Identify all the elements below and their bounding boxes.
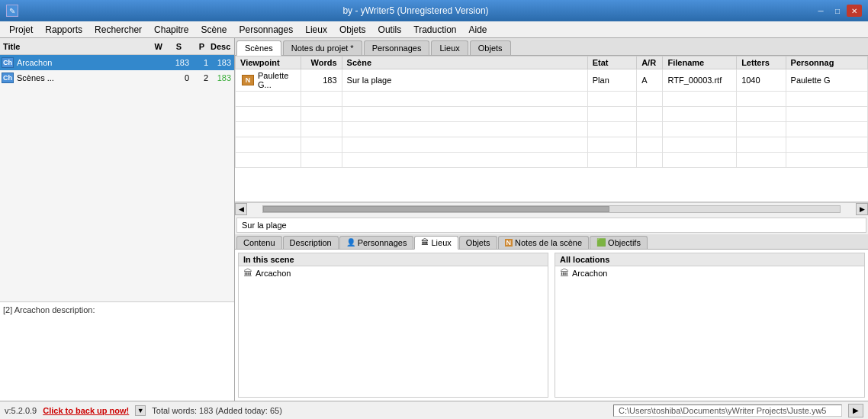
words-count: Total words: 183 (Added today: 65) <box>152 406 282 415</box>
menu-scene[interactable]: Scène <box>194 23 233 37</box>
tab-objets-bottom[interactable]: Objets <box>459 236 497 249</box>
list-item[interactable]: 🏛 Arcachon <box>239 266 548 280</box>
menu-outils[interactable]: Outils <box>372 23 408 37</box>
description-label: Description <box>290 238 332 247</box>
menu-personnages[interactable]: Personnages <box>233 23 299 37</box>
description-area: [2] Arcachon description: <box>0 301 234 401</box>
col-w-header: W <box>139 40 166 53</box>
cell-etat: Plan <box>587 69 636 92</box>
tab-scenes[interactable]: Scènes <box>236 40 281 56</box>
scene-badge: N <box>242 75 254 85</box>
personnages-icon: 👤 <box>346 238 355 247</box>
location-icon: 🏛 <box>560 268 569 279</box>
location-icon: 🏛 <box>243 268 252 279</box>
menu-rechercher[interactable]: Rechercher <box>88 23 148 37</box>
lieux-icon: 🏛 <box>421 238 429 247</box>
maximize-button[interactable]: □ <box>830 5 845 17</box>
table-row[interactable] <box>236 92 868 107</box>
notes-icon: N <box>505 239 513 247</box>
objectifs-label: Objectifs <box>608 238 641 247</box>
scene-table: Viewpoint Words Scène Etat A/R Filename … <box>235 56 868 168</box>
cell-viewpoint: N Paulette G... <box>236 69 301 92</box>
hscroll-area: ◀ ▶ <box>235 202 868 216</box>
menu-aide[interactable]: Aide <box>463 23 493 37</box>
window-controls: ─ □ ✕ <box>813 5 862 17</box>
row-words: 183 <box>166 58 192 67</box>
scene-title-bar: Sur la plage <box>236 218 866 233</box>
right-panel: Scènes Notes du projet * Personnages Lie… <box>235 38 868 401</box>
tab-personnages-bottom[interactable]: 👤 Personnages <box>339 236 414 249</box>
in-this-scene-col: In this scene 🏛 Arcachon <box>238 253 548 398</box>
hscroll-left[interactable]: ◀ <box>235 203 247 215</box>
window-title: by - yWriter5 (Unregistered Version) <box>18 5 813 16</box>
th-personnage: Personnag <box>786 56 867 69</box>
col-title-header: Title <box>0 40 139 53</box>
row-words: 0 <box>166 73 192 82</box>
tab-lieux-bottom[interactable]: 🏛 Lieux <box>414 236 458 250</box>
version-label: v:5.2.0.9 <box>5 406 37 415</box>
backup-dropdown[interactable]: ▼ <box>135 405 146 416</box>
title-bar: ✎ by - yWriter5 (Unregistered Version) ─… <box>0 0 868 21</box>
cell-personnage: Paulette G <box>786 69 867 92</box>
menu-objets[interactable]: Objets <box>333 23 372 37</box>
menu-lieux[interactable]: Lieux <box>299 23 333 37</box>
list-item[interactable]: Ch Arcachon 183 1 183 <box>0 55 234 70</box>
tab-description[interactable]: Description <box>283 236 339 249</box>
backup-button[interactable]: Click to back up now! <box>43 406 129 415</box>
tab-lieux-top[interactable]: Lieux <box>431 40 468 55</box>
all-locations-col: All locations 🏛 Arcachon <box>555 253 865 398</box>
tab-notes-projet[interactable]: Notes du projet * <box>283 40 362 55</box>
menu-bar: Projet Rapports Rechercher Chapitre Scèn… <box>0 21 868 38</box>
status-right-btn[interactable]: ▶ <box>848 404 863 417</box>
th-etat: Etat <box>587 56 636 69</box>
main-area: Title W S P Desc Ch Arcachon 183 1 183 C… <box>0 38 868 401</box>
menu-projet[interactable]: Projet <box>3 23 39 37</box>
cell-scene: Sur la plage <box>342 69 587 92</box>
list-item[interactable]: Ch Scènes ... 0 2 183 <box>0 70 234 85</box>
description-text: [2] Arcachon description: <box>3 305 95 314</box>
menu-chapitre[interactable]: Chapitre <box>148 23 194 37</box>
col-desc-header: Desc <box>207 40 234 53</box>
row-title: Arcachon <box>15 58 166 67</box>
location-name: Arcachon <box>256 269 291 278</box>
top-tab-bar: Scènes Notes du projet * Personnages Lie… <box>235 38 868 56</box>
cell-letters: 1040 <box>737 69 786 92</box>
table-row[interactable]: N Paulette G... 183 Sur la plage Plan A … <box>236 69 868 92</box>
notes-label: Notes de la scène <box>515 238 582 247</box>
cell-words: 183 <box>301 69 342 92</box>
menu-traduction[interactable]: Traduction <box>407 23 462 37</box>
tab-objectifs[interactable]: 🟩 Objectifs <box>590 236 648 249</box>
contenu-label: Contenu <box>243 238 275 247</box>
table-row[interactable] <box>236 122 868 137</box>
locations-panel: In this scene 🏛 Arcachon All locations 🏛… <box>235 250 868 401</box>
chapter-badge: Ch <box>2 57 14 68</box>
col-p-header: P <box>185 40 207 53</box>
chapter-list: Ch Arcachon 183 1 183 Ch Scènes ... 0 2 … <box>0 55 234 301</box>
tab-personnages-top[interactable]: Personnages <box>364 40 430 55</box>
th-ar: A/R <box>637 56 663 69</box>
location-name: Arcachon <box>572 269 607 278</box>
menu-rapports[interactable]: Rapports <box>39 23 88 37</box>
all-locations-header: All locations <box>555 253 864 266</box>
table-row[interactable] <box>236 153 868 168</box>
th-filename: Filename <box>663 56 737 69</box>
cell-filename: RTF_00003.rtf <box>663 69 737 92</box>
chapter-badge: Ch <box>2 73 14 83</box>
list-item[interactable]: 🏛 Arcachon <box>555 266 864 280</box>
hscroll-thumb[interactable] <box>263 206 609 212</box>
col-s-header: S <box>166 40 185 53</box>
tab-objets-top[interactable]: Objets <box>470 40 511 55</box>
close-button[interactable]: ✕ <box>847 5 862 17</box>
lieux-label: Lieux <box>431 238 451 247</box>
table-row[interactable] <box>236 137 868 153</box>
minimize-button[interactable]: ─ <box>813 5 828 17</box>
table-row[interactable] <box>236 107 868 122</box>
hscroll-right[interactable]: ▶ <box>856 203 868 215</box>
th-viewpoint: Viewpoint <box>236 56 301 69</box>
row-title: Scènes ... <box>15 73 166 82</box>
tab-notes-scene[interactable]: N Notes de la scène <box>498 236 590 249</box>
tab-contenu[interactable]: Contenu <box>236 236 282 249</box>
th-scene: Scène <box>342 56 587 69</box>
hscroll-track[interactable] <box>262 205 841 213</box>
row-p: 183 <box>211 73 234 82</box>
